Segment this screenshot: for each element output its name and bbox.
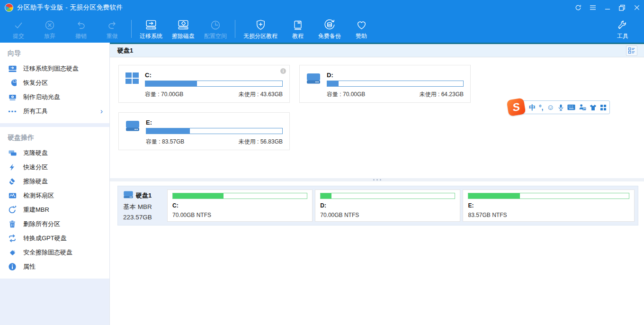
sidebar-item-wipe-hdd[interactable]: 擦除硬盘 <box>0 174 109 189</box>
chevron-right-icon: › <box>100 108 103 115</box>
button-label: 教程 <box>292 32 304 40</box>
close-button[interactable] <box>629 0 644 15</box>
splitter-handle[interactable] <box>110 178 644 181</box>
heart-icon <box>356 18 367 31</box>
button-label: 擦除磁盘 <box>172 32 195 40</box>
sidebar-item-label: 删除所有分区 <box>23 220 60 228</box>
undo-button[interactable]: 撤销 <box>65 15 97 43</box>
button-label: 重做 <box>107 32 118 40</box>
disk-map-block-c[interactable]: C: 70.00GB NTFS <box>167 190 313 222</box>
shield-tutorial-icon <box>255 18 267 31</box>
sidebar-item-delete-all-partitions[interactable]: 删除所有分区 <box>0 217 109 231</box>
partition-tutorial-button[interactable]: 无损分区教程 <box>239 15 282 43</box>
sponsor-button[interactable]: 赞助 <box>346 15 377 43</box>
disk-type: 基本 <box>123 203 136 210</box>
chinese-mode-icon[interactable]: 中 <box>529 104 536 111</box>
punctuation-icon[interactable]: °, <box>539 104 544 111</box>
unused-label: 未使用 : 56.83GB <box>239 138 283 146</box>
commit-button[interactable]: 提交 <box>3 15 34 43</box>
sogou-logo-icon[interactable]: S <box>507 98 526 116</box>
sidebar-item-migrate-to-ssd[interactable]: 迁移系统到固态硬盘 <box>0 62 109 76</box>
free-backup-button[interactable]: 免费备份 <box>313 15 346 43</box>
properties-icon <box>8 262 17 271</box>
toolbar: 提交 放弃 撤销 重做 迁移系统 擦除磁盘 配置空间 无损分区教程 教程 免费备… <box>0 15 644 43</box>
sidebar-item-quick-partition[interactable]: 快速分区 <box>0 160 109 174</box>
info-icon[interactable]: i <box>280 68 286 74</box>
sidebar-item-bad-sector-check[interactable]: 检测坏扇区 <box>0 189 109 203</box>
menu-button[interactable] <box>585 0 600 15</box>
button-label: 放弃 <box>44 32 55 40</box>
sidebar-item-clone-disk[interactable]: 克隆硬盘 <box>0 146 109 160</box>
bootable-media-icon <box>8 93 17 101</box>
button-label: 配置空间 <box>204 32 227 40</box>
partition-name: C: <box>145 72 283 79</box>
toolbox-icon[interactable] <box>600 104 607 111</box>
disk-map-block-d[interactable]: D: 70.00GB NTFS <box>315 190 460 222</box>
button-label: 工具 <box>617 32 628 40</box>
recover-partition-icon <box>8 79 17 87</box>
mic-icon[interactable] <box>558 104 564 111</box>
usage-bar <box>172 193 307 199</box>
skin-icon[interactable] <box>590 104 597 111</box>
sidebar-item-label: 迁移系统到固态硬盘 <box>23 64 79 73</box>
undo-icon <box>75 18 87 31</box>
migrate-to-ssd-icon <box>8 64 17 73</box>
partition-card-d[interactable]: D: 容量 : 70.00GB 未使用 : 64.23GB <box>299 65 471 103</box>
backup-icon <box>323 18 336 31</box>
sidebar-item-recover-partition[interactable]: 恢复分区 <box>0 76 109 90</box>
restore-button[interactable] <box>615 0 629 15</box>
disk-tab[interactable]: 硬盘1 <box>110 44 141 57</box>
usage-bar-fill <box>321 193 331 199</box>
redo-button[interactable]: 重做 <box>97 15 128 43</box>
disk-tabstrip: 硬盘1 <box>110 44 644 57</box>
partition-name: E: <box>468 202 629 209</box>
discard-icon <box>44 18 55 31</box>
allocate-space-button[interactable]: 配置空间 <box>199 15 232 43</box>
keyboard-icon[interactable] <box>567 104 575 110</box>
discard-button[interactable]: 放弃 <box>34 15 65 43</box>
disk-size: 223.57GB <box>123 214 164 221</box>
usage-bar-fill <box>173 193 224 199</box>
partition-card-e[interactable]: E: 容量 : 83.57GB 未使用 : 56.83GB <box>118 112 290 150</box>
tools-button[interactable]: 工具 <box>607 15 638 43</box>
sidebar-item-properties[interactable]: 属性 <box>0 260 109 274</box>
wipe-disk-button[interactable]: 擦除磁盘 <box>167 15 199 43</box>
minimize-button[interactable] <box>600 0 615 15</box>
login-24-icon[interactable]: 24 <box>579 104 586 111</box>
refresh-button[interactable] <box>571 0 585 15</box>
bad-sector-icon <box>8 191 17 200</box>
sidebar-item-label: 安全擦除固态硬盘 <box>23 248 72 257</box>
button-label: 提交 <box>13 32 24 40</box>
clone-disk-icon <box>8 149 17 157</box>
sidebar-item-bootable-media[interactable]: 制作启动光盘 <box>0 90 109 104</box>
disk-map-block-e[interactable]: E: 83.57GB NTFS <box>463 190 635 222</box>
sidebar-item-label: 擦除硬盘 <box>23 177 48 186</box>
disk-summary[interactable]: 硬盘1 基本 MBR 223.57GB <box>121 190 165 222</box>
partition-name: D: <box>327 72 464 79</box>
disk-name: 硬盘1 <box>136 191 152 200</box>
sidebar-section-wizards: 向导 迁移系统到固态硬盘 恢复分区 制作启动光盘 所有工具 › <box>0 43 109 123</box>
migrate-os-button[interactable]: 迁移系统 <box>135 15 167 43</box>
unused-label: 未使用 : 64.23GB <box>420 90 464 99</box>
sidebar-item-label: 制作启动光盘 <box>23 93 60 101</box>
button-label: 无损分区教程 <box>243 32 277 40</box>
emoji-icon[interactable]: ☺ <box>547 104 555 111</box>
migrate-os-icon <box>145 18 157 31</box>
partition-name: C: <box>172 202 307 209</box>
drive-icon <box>125 120 140 150</box>
quick-partition-icon <box>8 163 17 172</box>
list-view-toggle-button[interactable] <box>626 45 637 56</box>
sidebar-item-rebuild-mbr[interactable]: 重建MBR <box>0 203 109 217</box>
main-panel: 硬盘1 i C: 容量 : 70.00GB 未使用 : 43.63GB D: 容… <box>110 43 644 325</box>
sidebar-item-all-tools[interactable]: 所有工具 › <box>0 104 109 118</box>
sidebar-item-secure-erase-ssd[interactable]: 安全擦除固态硬盘 <box>0 245 109 260</box>
sidebar-item-label: 恢复分区 <box>23 79 48 87</box>
tutorial-button[interactable]: 教程 <box>282 15 313 43</box>
sidebar-item-label: 快速分区 <box>23 163 48 172</box>
titlebar: 分区助手专业版 - 无损分区免费软件 <box>0 0 644 15</box>
partition-card-c[interactable]: i C: 容量 : 70.00GB 未使用 : 43.63GB <box>118 65 290 103</box>
secure-erase-icon <box>8 249 17 257</box>
sidebar-item-convert-gpt[interactable]: 转换成GPT硬盘 <box>0 231 109 245</box>
partition-name: E: <box>146 119 283 126</box>
disk-map: 硬盘1 基本 MBR 223.57GB C: 70.00GB NTFS D: 7… <box>117 186 638 226</box>
